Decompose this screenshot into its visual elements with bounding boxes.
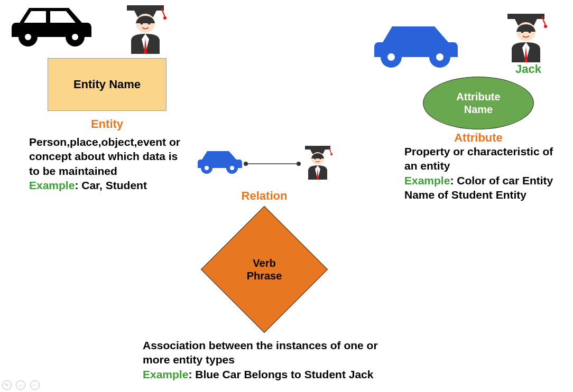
svg-point-19 [297,162,301,166]
car-icon [370,21,460,76]
graduate-icon [122,1,169,56]
entity-title: Entity [48,117,167,131]
svg-point-32 [436,53,443,61]
relation-shape-label-1: Verb [253,257,275,269]
svg-point-3 [72,34,78,40]
entity-rectangle: Entity Name [48,58,167,111]
attribute-desc-text: Property or characteristic of an entity [404,145,553,172]
svg-point-1 [25,34,31,40]
pen-icon[interactable]: ✎ [2,380,12,390]
svg-point-18 [244,162,248,166]
attribute-example-label: Example [404,174,450,186]
car-icon [196,148,243,179]
svg-point-39 [529,31,531,33]
entity-description: Person,place,object,event or concept abo… [29,135,188,192]
svg-point-23 [330,153,332,155]
relation-desc-text: Association between the instances of one… [143,339,378,366]
attribute-shape-label-1: Attribute [456,91,500,102]
svg-point-9 [141,22,143,25]
relation-diamond: Verb Phrase [219,225,309,314]
svg-point-10 [148,22,151,25]
svg-point-30 [387,53,395,61]
svg-point-7 [163,16,167,20]
svg-rect-4 [127,5,164,11]
svg-point-14 [205,166,209,170]
search-icon[interactable]: ⌕ [16,380,25,390]
graduate-icon [301,143,334,182]
more-icon[interactable]: ⋯ [30,380,40,390]
relation-description: Association between the instances of one… [143,338,386,381]
relation-example-label: Example [143,368,188,380]
svg-point-25 [314,157,316,160]
svg-point-38 [521,31,524,33]
svg-rect-20 [305,146,330,150]
entity-example-text: : Car, Student [75,179,147,191]
relation-shape-label-2: Phrase [247,270,282,282]
entity-example-label: Example [29,179,75,191]
jack-label: Jack [515,62,541,76]
attribute-description: Property or characteristic of an entity … [404,144,563,202]
entity-shape-label: Entity Name [73,78,141,91]
svg-point-36 [544,25,547,28]
svg-point-26 [319,157,321,160]
relation-line [243,158,301,169]
relation-title: Relation [222,189,307,203]
graduate-icon [502,10,550,64]
car-icon [8,3,93,55]
attribute-title: Attribute [423,131,534,145]
svg-rect-33 [507,14,544,19]
toolbar: ✎ ⌕ ⋯ [2,379,42,390]
svg-point-16 [230,166,234,170]
attribute-shape-label-2: Name [464,104,493,115]
relation-example-text: : Blue Car Belongs to Student Jack [188,368,373,380]
entity-desc-text: Person,place,object,event or concept abo… [29,136,180,177]
attribute-ellipse: Attribute Name [423,77,534,129]
